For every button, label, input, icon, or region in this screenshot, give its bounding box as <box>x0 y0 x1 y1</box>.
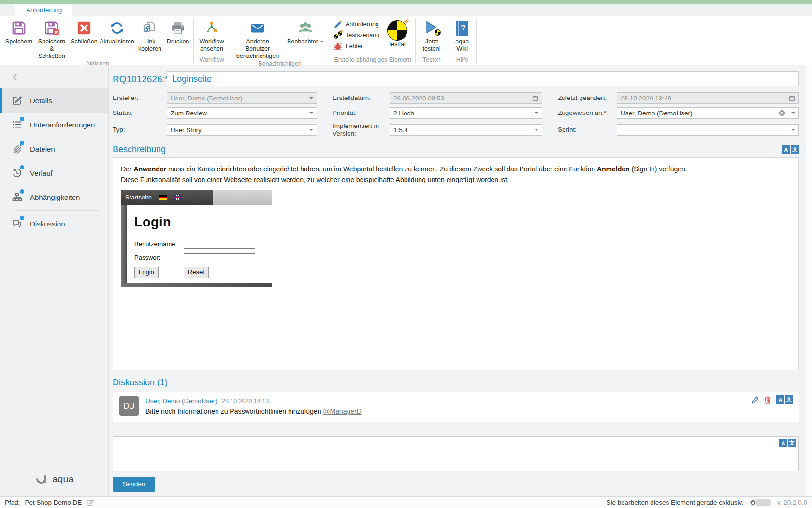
field-label-sprint: Sprint: <box>558 126 617 134</box>
dependencies-icon <box>12 192 22 202</box>
comment-timestamp: 28.10.2020 14:13 <box>222 398 269 405</box>
button-label: Workflow ansehen <box>198 38 225 53</box>
scrollbar-track[interactable] <box>806 65 812 496</box>
ribbon: Speichern Speichern & Schließen Schließe… <box>0 16 812 65</box>
testscenario-icon: ✳ <box>334 31 343 40</box>
clear-icon[interactable] <box>779 110 785 116</box>
typ-select[interactable]: User Story <box>167 124 317 136</box>
embedded-screenshot: Startseite Login Benutzername <box>121 190 272 287</box>
watchers-button[interactable]: Beobachter <box>283 18 328 46</box>
save-and-close-button[interactable]: Speichern & Schließen <box>34 18 70 60</box>
sidebar-item-abhaengigkeiten[interactable]: Abhängigkeiten <box>0 185 108 209</box>
button-label: Anderen Benutzer benachrichtigen <box>234 38 281 59</box>
translate-lang-button[interactable]: 文 <box>785 395 793 404</box>
prioritaet-select[interactable]: 2 Hoch <box>390 107 542 119</box>
discussion-heading: Diskussion (1) <box>113 378 168 388</box>
sidebar-item-dateien[interactable]: Dateien <box>0 137 108 161</box>
group-label: Testen <box>416 56 448 65</box>
wiki-button[interactable]: ? aqua Wiki <box>450 18 474 54</box>
translate-a-button[interactable]: A <box>779 439 787 447</box>
erstelldatum-field[interactable]: 26.06.2020 08:53 <box>390 92 542 104</box>
chevron-down-icon <box>309 129 313 131</box>
ersteller-select[interactable]: User, Demo (DemoUser) <box>167 92 317 104</box>
button-label: Beobachter <box>287 38 318 45</box>
ribbon-group-testen: Jetzt testen! Testen <box>416 16 448 65</box>
embedded-reset-button: Reset <box>184 267 209 278</box>
translate-lang-button[interactable]: 文 <box>788 439 796 447</box>
create-testcase-button[interactable]: ✳ Testfall <box>381 18 413 49</box>
sidebar-item-diskussion[interactable]: Diskussion <box>0 212 108 236</box>
button-label: Schließen <box>71 38 98 45</box>
footer-statusbar: Pfad: Pet Shop Demo DE Sie bearbeiten di… <box>0 496 812 508</box>
sidebar-item-details[interactable]: Details <box>0 88 108 113</box>
translate-lang-button[interactable]: 文 <box>791 145 799 154</box>
version-label: v. 20.2.0.0 <box>777 499 807 506</box>
field-label-typ: Typ: <box>113 126 167 134</box>
badge-dot <box>20 216 24 220</box>
sidebar-item-verlauf[interactable]: Verlauf <box>0 161 108 185</box>
zuletzt-geaendert-field[interactable]: 28.10.2020 13:49 <box>617 92 799 104</box>
ribbon-separator <box>476 19 477 63</box>
copy-link-button[interactable]: Link kopieren <box>135 18 164 54</box>
badge-dot <box>20 189 24 194</box>
print-button[interactable]: Drucken <box>164 18 191 46</box>
sidebar-collapse-button[interactable] <box>0 65 108 88</box>
refresh-button[interactable]: Aktualisieren <box>99 18 135 46</box>
embedded-password-label: Passwort <box>134 253 184 263</box>
sidebar-divider <box>16 210 99 211</box>
sidebar-item-label: Dateien <box>30 145 55 153</box>
floppy-icon <box>10 19 28 37</box>
test-now-button[interactable]: Jetzt testen! <box>418 18 446 54</box>
close-button[interactable]: Schließen <box>70 18 99 46</box>
ribbon-group-workflow: Workflow ansehen Workflow <box>194 16 230 65</box>
top-accent-bar <box>0 0 812 4</box>
save-button[interactable]: Speichern <box>4 18 34 46</box>
field-label-ersteller: Ersteller: <box>113 94 167 102</box>
zugewiesen-select[interactable]: User, Demo (DemoUser) <box>617 107 799 119</box>
edit-comment-icon[interactable] <box>752 396 759 404</box>
group-label: Workflow <box>194 56 230 65</box>
send-button[interactable]: Senden <box>113 477 155 492</box>
field-value: Zum Review <box>171 110 207 117</box>
translate-a-button[interactable]: A <box>776 395 784 404</box>
reply-textarea[interactable] <box>113 437 798 471</box>
uk-flag-icon <box>174 195 182 200</box>
aqua-logo: aqua <box>0 473 108 485</box>
translate-a-button[interactable]: A <box>782 145 790 154</box>
create-defect-button[interactable]: Fehler <box>332 42 381 51</box>
sidebar-item-unteranforderungen[interactable]: Unteranforderungen <box>0 113 108 137</box>
watchers-icon <box>297 19 314 37</box>
description-body[interactable]: Der Anwender muss ein Konto einrichten o… <box>113 157 799 370</box>
description-paragraph-2: Diese Funktionalität soll von einer Webs… <box>121 175 791 185</box>
question-glyph: ? <box>461 23 465 33</box>
main-content: RQ1012626:* Ersteller: User, Demo (DemoU… <box>109 65 812 496</box>
button-label: Speichern <box>5 38 32 45</box>
comment: DU User, Demo (DemoUser) 28.10.2020 14:1… <box>113 392 799 422</box>
create-requirement-button[interactable]: Anforderung <box>332 19 381 29</box>
close-icon <box>75 19 93 37</box>
embedded-username-input <box>184 240 255 249</box>
title-input[interactable] <box>167 71 799 86</box>
delete-comment-icon[interactable] <box>764 396 771 404</box>
aqua-logo-text: aqua <box>52 474 74 485</box>
notify-user-button[interactable]: Anderen Benutzer benachrichtigen <box>232 18 283 60</box>
status-select[interactable]: Zum Review <box>167 107 317 119</box>
view-workflow-button[interactable]: Workflow ansehen <box>196 18 228 54</box>
comment-text: Bitte noch Informationen zu Passwortrich… <box>145 408 362 415</box>
mention-link[interactable]: @ManagerD <box>323 408 362 415</box>
edit-path-icon[interactable] <box>87 499 94 507</box>
printer-icon <box>169 19 187 37</box>
settings-toggle[interactable] <box>749 499 771 507</box>
sprint-select[interactable] <box>617 124 799 136</box>
ribbon-group-aktionen: Speichern Speichern & Schließen Schließe… <box>2 16 193 65</box>
comment-author[interactable]: User, Demo (DemoUser) <box>145 397 218 405</box>
implementiert-select[interactable]: 1.5.4 <box>390 124 542 136</box>
translate-buttons: A 文 <box>776 395 793 404</box>
testcase-icon: ✳ <box>386 19 408 42</box>
field-label-zugewiesen: Zugewiesen an:* <box>558 109 617 117</box>
create-testscenario-button[interactable]: ✳ Testszenario <box>332 30 381 40</box>
chevron-down-icon <box>320 41 324 42</box>
field-label-zuletzt: Zuletzt geändert: <box>558 94 617 102</box>
field-value: User, Demo (DemoUser) <box>171 95 243 102</box>
tab-anforderung[interactable]: Anforderung <box>15 4 72 16</box>
